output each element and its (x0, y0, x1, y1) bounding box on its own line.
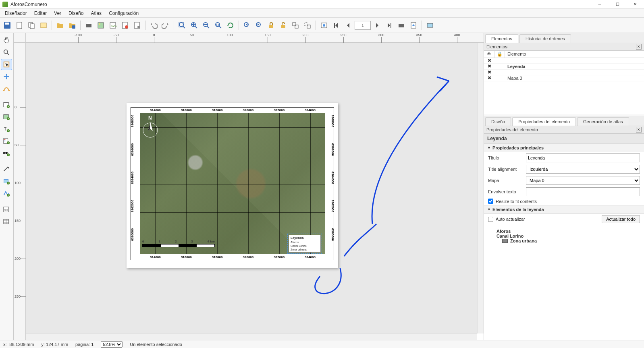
move-content-tool[interactable] (1, 71, 12, 82)
atlas-print-button[interactable] (396, 20, 407, 31)
duplicate-layout-button[interactable] (26, 20, 37, 31)
zoom-in-button[interactable] (189, 20, 200, 31)
minimize-button[interactable]: ─ (591, 0, 609, 9)
add-table-tool[interactable] (1, 216, 12, 227)
label-wrap: Envolver texto (488, 189, 524, 194)
map-legend[interactable]: Leyenda Aforos Canal Lorino Zona urbana (289, 235, 321, 253)
zoom-100-button[interactable]: 1:1 (213, 20, 224, 31)
panel-close-icon[interactable]: ✕ (636, 44, 642, 50)
input-wrap[interactable] (526, 187, 640, 196)
input-title[interactable] (526, 153, 640, 162)
add-node-tool[interactable]: + (1, 188, 12, 199)
section-legend-items[interactable]: ▼Elementos de la leyenda (484, 205, 644, 214)
menubar: Diseñador Editar Ver Diseño Atlas Config… (0, 9, 644, 18)
menu-config[interactable]: Configuración (106, 10, 142, 17)
svg-text:+: + (8, 129, 9, 132)
menu-edit[interactable]: Editar (31, 10, 50, 17)
close-button[interactable]: ✕ (626, 0, 644, 9)
redo-button[interactable] (160, 20, 171, 31)
atlas-first-button[interactable] (330, 20, 342, 31)
element-row[interactable]: ✖Leyenda (484, 64, 644, 70)
tree-item[interactable]: Canal Lorino (491, 234, 637, 238)
select-align[interactable]: Izquierda (526, 165, 640, 174)
zoom-full-button[interactable] (177, 20, 188, 31)
svg-rect-6 (72, 25, 75, 29)
atlas-last-button[interactable] (384, 20, 395, 31)
scalebar-label: 4 km (208, 240, 215, 243)
maximize-button[interactable]: ☐ (609, 0, 626, 9)
element-row[interactable]: ✖Mapa 0 (484, 75, 644, 81)
add-picture-tool[interactable]: + (1, 111, 12, 122)
atlas-prev-button[interactable] (343, 20, 354, 31)
menu-designer[interactable]: Diseñador (2, 10, 30, 17)
svg-text:+: + (8, 117, 9, 120)
zoom-combo[interactable]: 52.8% (101, 341, 123, 348)
section-main-props[interactable]: ▼Propiedades principales (484, 143, 644, 152)
tree-item[interactable]: Zona urbana (491, 238, 637, 243)
export-pdf-button[interactable] (119, 20, 131, 31)
atlas-settings-button[interactable] (424, 20, 436, 31)
scrollbar-vertical[interactable] (477, 43, 484, 334)
group-button[interactable] (290, 20, 301, 31)
add-html-tool[interactable]: html (1, 204, 12, 215)
menu-view[interactable]: Ver (51, 10, 64, 17)
menu-atlas[interactable]: Atlas (87, 10, 105, 17)
svg-rect-33 (281, 25, 285, 28)
tab-design[interactable]: Diseño (485, 117, 511, 126)
zoom-out-button[interactable] (201, 20, 212, 31)
checkbox-resize[interactable] (488, 199, 493, 204)
canvas[interactable]: -100-50050100150200250300350400 05010015… (14, 33, 484, 340)
export-image-button[interactable] (95, 20, 106, 31)
add-legend-tool[interactable]: + (1, 135, 12, 147)
tab-atlas-gen[interactable]: Generación de atlas (577, 117, 629, 126)
add-label-tool[interactable]: T+ (1, 123, 12, 135)
undo-button[interactable] (148, 20, 159, 31)
save-button[interactable] (2, 20, 13, 31)
print-button[interactable] (83, 20, 94, 31)
pan-tool[interactable] (1, 35, 12, 46)
refresh-button[interactable] (225, 20, 236, 31)
edit-nodes-tool[interactable] (1, 83, 12, 94)
svg-rect-5 (41, 23, 46, 28)
layout-stage[interactable]: 3140003140003160003160003180003180003200… (26, 43, 477, 334)
status-x: x: -88.1209 mm (3, 342, 34, 347)
element-row[interactable]: ✖ (484, 70, 644, 75)
zoom-prev-button[interactable] (241, 20, 253, 31)
menu-layout[interactable]: Diseño (65, 10, 87, 17)
add-shape-tool[interactable]: + (1, 176, 12, 187)
legend-tree[interactable]: Aforos Canal Lorino Zona urbana (489, 227, 639, 291)
atlas-next-button[interactable] (372, 20, 383, 31)
unlock-button[interactable] (278, 20, 289, 31)
col-visible-icon[interactable]: 👁 (484, 51, 494, 58)
svg-point-16 (137, 26, 140, 28)
add-scalebar-tool[interactable]: + (1, 147, 12, 159)
atlas-preview-button[interactable] (318, 20, 330, 31)
page-setup-button[interactable] (131, 20, 143, 31)
zoom-tool[interactable] (1, 47, 12, 58)
col-lock-icon[interactable]: 🔒 (494, 51, 505, 58)
new-layout-button[interactable] (14, 20, 25, 31)
zoom-next-button[interactable] (253, 20, 265, 31)
atlas-page-input[interactable] (355, 21, 371, 30)
checkbox-autoupdate[interactable] (488, 217, 493, 222)
open-button[interactable] (54, 20, 66, 31)
add-arrow-tool[interactable] (1, 164, 12, 175)
save-template-button[interactable] (66, 20, 78, 31)
export-svg-button[interactable]: SVG (107, 20, 118, 31)
tree-item[interactable]: Aforos (491, 229, 637, 234)
update-all-button[interactable]: Actualizar todo (602, 215, 640, 223)
tab-elements[interactable]: Elementos (485, 34, 518, 43)
scrollbar-horizontal[interactable] (26, 334, 477, 340)
atlas-export-button[interactable] (408, 20, 419, 31)
tab-item-properties[interactable]: Propiedades del elemento (512, 117, 576, 126)
ungroup-button[interactable] (302, 20, 313, 31)
layout-manager-button[interactable] (38, 20, 49, 31)
select-map[interactable]: Mapa 0 (526, 176, 640, 185)
panel-close-icon[interactable]: ✕ (636, 127, 642, 133)
add-map-tool[interactable]: + (1, 99, 12, 110)
select-tool[interactable] (1, 59, 12, 70)
layout-page[interactable]: 3140003140003160003160003180003180003200… (127, 103, 338, 268)
lock-button[interactable] (266, 20, 277, 31)
element-row[interactable]: ✖ (484, 58, 644, 64)
tab-history[interactable]: Historial de órdenes (519, 34, 571, 43)
